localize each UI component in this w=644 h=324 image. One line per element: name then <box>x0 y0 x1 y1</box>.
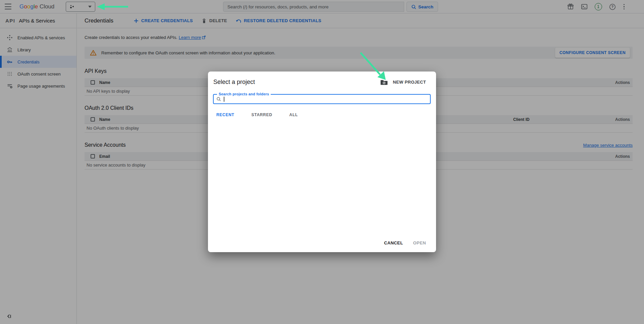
select-project-dialog: Select a project NEW PROJECT Search proj… <box>208 72 436 252</box>
project-search-field[interactable]: Search projects and folders <box>213 94 431 104</box>
cancel-button[interactable]: CANCEL <box>384 240 403 245</box>
dialog-footer: CANCEL OPEN <box>384 240 426 245</box>
dialog-header: Select a project NEW PROJECT <box>208 72 436 86</box>
new-project-button[interactable]: NEW PROJECT <box>380 79 426 85</box>
search-field-label: Search projects and folders <box>217 92 271 96</box>
search-icon <box>216 97 221 101</box>
dialog-title: Select a project <box>213 79 255 86</box>
tab-all[interactable]: ALL <box>289 111 299 118</box>
tab-recent[interactable]: RECENT <box>216 111 235 118</box>
new-project-folder-icon <box>380 79 388 85</box>
tab-starred[interactable]: STARRED <box>251 111 273 118</box>
project-search-input[interactable] <box>225 96 428 102</box>
open-button[interactable]: OPEN <box>413 240 426 245</box>
text-cursor <box>224 97 224 102</box>
project-list-tabs: RECENT STARRED ALL <box>216 111 436 118</box>
